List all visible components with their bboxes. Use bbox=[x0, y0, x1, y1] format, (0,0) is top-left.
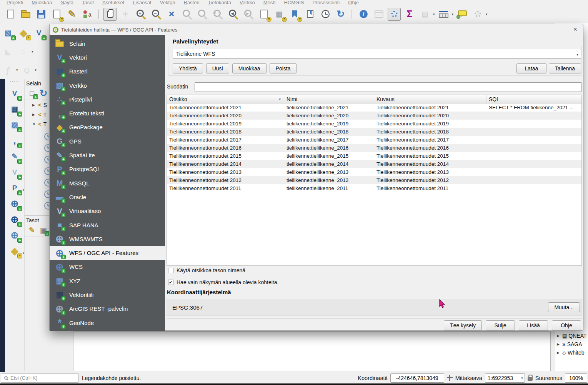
filter-input[interactable] bbox=[195, 82, 582, 92]
sidebar-item-virtuaalitaso[interactable]: V+Virtuaalitaso bbox=[50, 204, 165, 218]
scale-combo[interactable]: 1:6922953 ▾ bbox=[485, 373, 525, 383]
delete-button[interactable]: Poista bbox=[270, 63, 297, 73]
menu-n-yt[interactable]: Näytä bbox=[56, 0, 78, 5]
zoom-last-icon[interactable]: ◂ bbox=[227, 8, 240, 21]
table-row-2021[interactable]: Tieliikenneonnettomuudet 2021tieliikenne… bbox=[167, 103, 581, 112]
open-project-icon[interactable] bbox=[19, 8, 32, 21]
magnifier-input[interactable] bbox=[565, 373, 587, 383]
chevron-down-icon[interactable]: ▾ bbox=[433, 12, 435, 16]
lock-icon[interactable] bbox=[528, 377, 533, 381]
sidebar-item-spatialite[interactable]: ✎+SpatiaLite bbox=[50, 148, 165, 162]
sidebar-item-selain[interactable]: Selain bbox=[50, 37, 165, 50]
extents-toggle-icon[interactable] bbox=[447, 375, 453, 381]
close-icon[interactable]: × bbox=[571, 25, 579, 33]
edit-button[interactable]: Muokkaa bbox=[232, 63, 267, 73]
sidebar-item-mssql[interactable]: M+MSSQL bbox=[50, 176, 165, 190]
bbox-only-checkbox[interactable]: ✓ Hae vain näkymän alueella olevia kohte… bbox=[168, 279, 278, 285]
load-button[interactable]: Lataa bbox=[516, 63, 546, 73]
sidebar-item-arcgis-rest-palvelin[interactable]: ⊕+ArcGIS REST -palvelin bbox=[50, 302, 165, 316]
wfs-layer-icon[interactable]: V bbox=[44, 156, 49, 163]
sidebar-item-wms-wmts[interactable]: ⊕+WMS/WMTS bbox=[50, 232, 165, 246]
browser-connection-s[interactable]: ▶<S bbox=[25, 100, 49, 110]
table-row-2014[interactable]: Tieliikenneonnettomuudet 2014tieliikenne… bbox=[167, 160, 581, 168]
processing-provider-qneat[interactable]: ▶▤QNEAT bbox=[555, 332, 588, 340]
sidebar-item-wfs-ogc-api-features[interactable]: ⊕+WFS / OGC API - Features bbox=[50, 246, 165, 260]
expander-collapsed-icon[interactable]: ▶ bbox=[557, 342, 561, 346]
sidebar-item-verkko[interactable]: ▨+Verkko bbox=[50, 78, 165, 92]
menu-hcmgis[interactable]: HCMGIS bbox=[280, 0, 308, 5]
sidebar-item-postgresql[interactable]: P+PostgreSQL bbox=[50, 162, 165, 176]
add-spatialite-layer[interactable]: ✎+ bbox=[5, 150, 24, 163]
show-bookmarks-icon[interactable] bbox=[303, 8, 316, 21]
layout-manager-icon[interactable]: * bbox=[50, 8, 63, 21]
sidebar-item-vektoritiili[interactable]: ▦+Vektoritiili bbox=[50, 288, 165, 302]
map-tips-icon[interactable] bbox=[456, 8, 469, 21]
zoom-full-extent-icon[interactable]: × bbox=[165, 8, 178, 21]
sidebar-item-eroteltu-teksti[interactable]: ,+Eroteltu teksti bbox=[50, 106, 165, 120]
processing-provider-whiteb[interactable]: ▶◇Whiteb bbox=[555, 348, 588, 357]
add-vector-layer[interactable]: V+ bbox=[5, 87, 24, 100]
add-virtual-layer-icon[interactable]: V+ bbox=[8, 165, 21, 178]
menu-muokkaa[interactable]: Muokkaa bbox=[27, 0, 56, 5]
add-group-icon[interactable]: ▣+ bbox=[38, 225, 48, 235]
toolbar-drag-handle[interactable] bbox=[10, 81, 20, 83]
identify-features-icon[interactable]: i bbox=[357, 8, 370, 21]
table-row-2020[interactable]: Tieliikenneonnettomuudet 2020tieliikenne… bbox=[167, 112, 581, 120]
map-canvas[interactable] bbox=[73, 332, 551, 371]
browser-connection-t[interactable]: ▼<T bbox=[25, 119, 49, 129]
column-header-sql[interactable]: SQL bbox=[486, 95, 581, 103]
expander-collapsed-icon[interactable]: ▶ bbox=[557, 334, 561, 338]
add-postgis-layer-icon[interactable]: P+ bbox=[8, 181, 21, 194]
use-title-checkbox-box[interactable] bbox=[168, 268, 173, 273]
table-row-2012[interactable]: Tieliikenneonnettomuudet 2012tieliikenne… bbox=[167, 176, 581, 184]
menu-asetukset[interactable]: Asetukset bbox=[98, 0, 128, 5]
sidebar-item-xyz[interactable]: ▦+XYZ bbox=[50, 274, 165, 288]
add-wcs-layer-icon[interactable]: ⊕+ bbox=[8, 213, 21, 226]
expander-collapsed-icon[interactable]: ▶ bbox=[32, 113, 36, 117]
table-row-2013[interactable]: Tieliikenneonnettomuudet 2013tieliikenne… bbox=[167, 168, 581, 176]
add-mesh-layer[interactable]: ▨+ bbox=[5, 118, 24, 131]
table-row-2016[interactable]: Tieliikenneonnettomuudet 2016tieliikenne… bbox=[167, 144, 581, 152]
add-wfs-layer-icon[interactable]: ⊕+ bbox=[8, 228, 21, 242]
add-wms-layer[interactable]: ⊕+ bbox=[5, 197, 24, 210]
add-virtual-layer[interactable]: V+ bbox=[5, 165, 24, 178]
sidebar-item-vektori[interactable]: V+Vektori bbox=[50, 50, 165, 64]
wfs-layer-icon[interactable]: V bbox=[44, 190, 49, 198]
new-geopackage-layer-icon[interactable]: ◆* bbox=[17, 26, 30, 39]
chevron-down-icon[interactable]: ▾ bbox=[452, 12, 454, 16]
temporal-controller-icon[interactable] bbox=[319, 8, 332, 21]
save-button[interactable]: Tallenna bbox=[549, 63, 581, 73]
new-spatial-bookmark-icon[interactable]: * bbox=[288, 8, 301, 21]
open-layer-styling-panel-icon[interactable]: ✎ bbox=[27, 225, 37, 235]
add-spatialite-layer-icon[interactable]: ✎+ bbox=[8, 150, 21, 163]
chevron-down-icon[interactable]: ▾ bbox=[35, 68, 37, 72]
refresh-map-icon[interactable]: ↻ bbox=[334, 8, 347, 21]
new-print-layout-icon[interactable]: * bbox=[257, 8, 270, 21]
connect-button[interactable]: Yhdistä bbox=[173, 63, 203, 73]
menu-tietokanta[interactable]: Tietokanta bbox=[204, 0, 235, 5]
sidebar-item-oracle[interactable]: ▬+Oracle bbox=[50, 190, 165, 204]
wfs-layer-icon[interactable]: V bbox=[44, 179, 49, 187]
new-shapefile-layer-icon[interactable]: V+ bbox=[32, 26, 45, 39]
wfs-layer-icon[interactable]: V bbox=[44, 202, 49, 210]
add-raster-layer[interactable]: ▦+ bbox=[5, 102, 24, 115]
column-header-otsikko[interactable]: Otsikko ▾ bbox=[167, 95, 284, 103]
table-row-2011[interactable]: Tieliikenneonnettomuudet 2011tieliikenne… bbox=[167, 184, 581, 192]
add-geopackage-layer[interactable]: ◆*▾ bbox=[5, 244, 24, 257]
add-vector-layer-icon[interactable]: V+ bbox=[8, 87, 21, 100]
wfs-layer-icon[interactable]: V bbox=[44, 144, 49, 152]
browser-connection-t[interactable]: ▶<T bbox=[25, 110, 49, 119]
close-button[interactable]: Sulje bbox=[486, 320, 515, 330]
table-row-2017[interactable]: Tieliikenneonnettomuudet 2017tieliikenne… bbox=[167, 136, 581, 144]
zoom-in-icon[interactable]: + bbox=[134, 8, 147, 21]
bbox-only-checkbox-box[interactable]: ✓ bbox=[168, 280, 173, 285]
sidebar-item-wcs[interactable]: ⊕+WCS bbox=[50, 260, 165, 274]
build-query-button[interactable]: Tee kysely bbox=[444, 320, 482, 330]
sidebar-item-rasteri[interactable]: ▦+Rasteri bbox=[50, 65, 165, 78]
processing-provider-saga[interactable]: ▶SSAGA bbox=[555, 340, 588, 348]
chevron-down-icon[interactable]: ▾ bbox=[16, 68, 18, 72]
style-manager-icon[interactable]: ✎ bbox=[65, 8, 78, 21]
sidebar-item-sap-hana[interactable]: ■+SAP HANA bbox=[50, 218, 165, 232]
layer-styling-icon[interactable]: a bbox=[81, 8, 94, 21]
connection-select[interactable]: Tieliikenne WFS ▾ bbox=[173, 49, 581, 59]
